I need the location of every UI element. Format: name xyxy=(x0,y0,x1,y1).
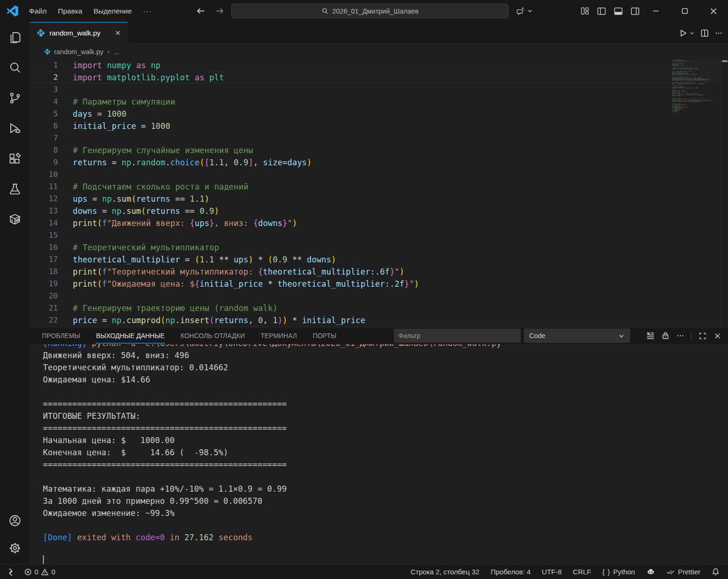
remote-indicator[interactable] xyxy=(3,566,19,578)
code-line: import numpy as np xyxy=(73,59,419,71)
minimap[interactable]: import numpy as npimport matplotlib.pypl… xyxy=(672,59,721,327)
back-arrow-icon[interactable] xyxy=(194,4,208,18)
panel-tabs: ПРОБЛЕМЫВЫХОДНЫЕ ДАННЫЕКОНСОЛЬ ОТЛАДКИТЕ… xyxy=(30,327,344,344)
prettier-status[interactable]: Prettier xyxy=(661,566,706,578)
clear-output-button[interactable] xyxy=(644,330,656,342)
code-line: theoretical_multiplier = (1.1 ** ups) * … xyxy=(73,254,419,266)
output-filter-input[interactable]: Фильтр xyxy=(394,329,521,343)
line-number: 5 xyxy=(30,108,58,120)
panel-tab-терминал[interactable]: ТЕРМИНАЛ xyxy=(253,327,305,344)
run-dropdown-icon[interactable] xyxy=(689,30,695,36)
editor-actions xyxy=(678,22,724,44)
line-number: 6 xyxy=(30,120,58,132)
output-line: Движений вверх: 504, вниз: 496 xyxy=(43,349,506,361)
problems-indicator[interactable]: 0 0 xyxy=(19,566,61,578)
explorer-icon[interactable] xyxy=(4,26,26,49)
double-check-icon xyxy=(666,568,675,576)
workbench: random_walk.py xyxy=(30,22,728,564)
code-line: ups = np.sum(returns == 1.1) xyxy=(73,193,419,205)
panel-tab-проблемы[interactable]: ПРОБЛЕМЫ xyxy=(34,327,88,344)
menu-more[interactable]: ··· xyxy=(138,5,158,18)
bell-icon xyxy=(712,568,720,576)
line-number: 12 xyxy=(30,193,58,205)
output-cursor xyxy=(43,555,44,564)
line-number: 22 xyxy=(30,314,58,326)
panel-tab-порты[interactable]: ПОРТЫ xyxy=(305,327,344,344)
tab-random-walk[interactable]: random_walk.py xyxy=(30,22,128,44)
tab-close-icon[interactable] xyxy=(112,28,123,38)
panel-tab-выходные-данные[interactable]: ВЫХОДНЫЕ ДАННЫЕ xyxy=(88,327,173,344)
menu-edit[interactable]: Правка xyxy=(52,5,88,18)
run-and-debug-icon[interactable] xyxy=(4,117,26,140)
testing-icon[interactable] xyxy=(4,177,26,200)
line-number: 1 xyxy=(30,59,58,71)
output-line: Конечная цена: $ 14.66 ( -98.5%) xyxy=(43,446,506,459)
line-number: 21 xyxy=(30,302,58,314)
copilot-status[interactable] xyxy=(641,566,661,578)
toggle-panel-icon[interactable] xyxy=(613,6,623,16)
copilot-icon xyxy=(646,567,655,576)
toggle-primary-sidebar-icon[interactable] xyxy=(596,6,607,16)
code-line: import matplotlib.pyplot as plt xyxy=(73,71,419,84)
extensions-icon[interactable] xyxy=(4,147,26,170)
breadcrumb-chevron-icon: › xyxy=(107,48,111,55)
breadcrumb-file[interactable]: random_walk.py xyxy=(54,48,104,56)
output-line xyxy=(43,519,506,531)
minimap-slider[interactable] xyxy=(672,59,721,84)
copilot-chat-button[interactable] xyxy=(512,4,536,18)
bottom-panel: ПРОБЛЕМЫВЫХОДНЫЕ ДАННЫЕКОНСОЛЬ ОТЛАДКИТЕ… xyxy=(30,327,728,564)
code-line: # Теоретический мультипликатор xyxy=(73,241,419,254)
close-panel-button[interactable] xyxy=(712,330,723,342)
indentation[interactable]: Пробелов: 4 xyxy=(485,566,536,578)
warning-count: 0 xyxy=(51,568,55,576)
line-number: 13 xyxy=(30,205,58,217)
output-view[interactable]: [Running] python -u "c:\Users\dmitriy\On… xyxy=(30,344,728,564)
search-view-icon[interactable] xyxy=(4,56,26,79)
notifications-bell[interactable] xyxy=(706,566,725,578)
eol-sequence[interactable]: CRLF xyxy=(567,566,597,578)
title-bar: Файл Правка Выделение ··· 2026_01_Дмитри… xyxy=(0,0,728,22)
status-right: Строка 2, столбец 32 Пробелов: 4 UTF-8 C… xyxy=(405,566,725,578)
output-line: Ожидаемое изменение: ~99.3% xyxy=(43,507,506,519)
run-python-file-button[interactable] xyxy=(678,26,696,40)
code-line: # Подсчитаем сколько роста и падений xyxy=(73,181,419,193)
editor-more-actions-button[interactable] xyxy=(713,26,724,40)
breadcrumb-symbol[interactable]: ... xyxy=(113,48,119,56)
remote-icon xyxy=(7,568,15,576)
code-line xyxy=(73,229,419,241)
code-editor[interactable]: 12345678910111213141516171819202122 impo… xyxy=(30,59,728,327)
output-line: ИТОГОВЫЕ РЕЗУЛЬТАТЫ: xyxy=(43,410,506,422)
containers-icon[interactable] xyxy=(4,208,26,231)
split-editor-button[interactable] xyxy=(699,26,710,40)
menu-file[interactable]: Файл xyxy=(23,5,52,18)
close-window-button[interactable] xyxy=(699,0,728,22)
code-line xyxy=(73,169,419,181)
line-number: 16 xyxy=(30,241,58,254)
output-channel-select[interactable]: Code xyxy=(524,329,630,343)
output-line: Теоретический мультипликатор: 0.014662 xyxy=(43,361,506,374)
toggle-secondary-sidebar-icon[interactable] xyxy=(630,6,640,16)
language-mode[interactable]: { } Python xyxy=(597,566,641,578)
line-number: 9 xyxy=(30,156,58,169)
maximize-button[interactable] xyxy=(670,0,699,22)
account-icon[interactable] xyxy=(4,509,26,532)
select-chevron-icon xyxy=(618,332,625,339)
customize-layout-icon[interactable] xyxy=(580,6,590,16)
minimize-button[interactable] xyxy=(641,0,670,22)
encoding[interactable]: UTF-8 xyxy=(536,566,567,578)
forward-arrow-icon[interactable] xyxy=(212,4,226,18)
status-left: 0 0 xyxy=(3,566,61,578)
tab-label: random_walk.py xyxy=(49,29,112,37)
overview-ruler-cursor-mark xyxy=(722,60,728,62)
cursor-position[interactable]: Строка 2, столбец 32 xyxy=(405,566,485,578)
settings-gear-icon[interactable] xyxy=(4,537,26,559)
source-control-icon[interactable] xyxy=(4,86,26,109)
copilot-chat-icon xyxy=(515,6,525,16)
maximize-panel-button[interactable] xyxy=(697,330,708,342)
lock-scroll-button[interactable] xyxy=(659,330,671,342)
panel-tab-консоль-отладки[interactable]: КОНСОЛЬ ОТЛАДКИ xyxy=(173,327,253,344)
command-center-search[interactable]: 2026_01_Дмитрий_Шалаев xyxy=(231,4,509,18)
panel-more-actions-button[interactable] xyxy=(674,330,686,342)
output-line: За 1000 дней это примерно 0.99^500 ≈ 0.0… xyxy=(43,495,506,507)
menu-selection[interactable]: Выделение xyxy=(88,5,137,18)
